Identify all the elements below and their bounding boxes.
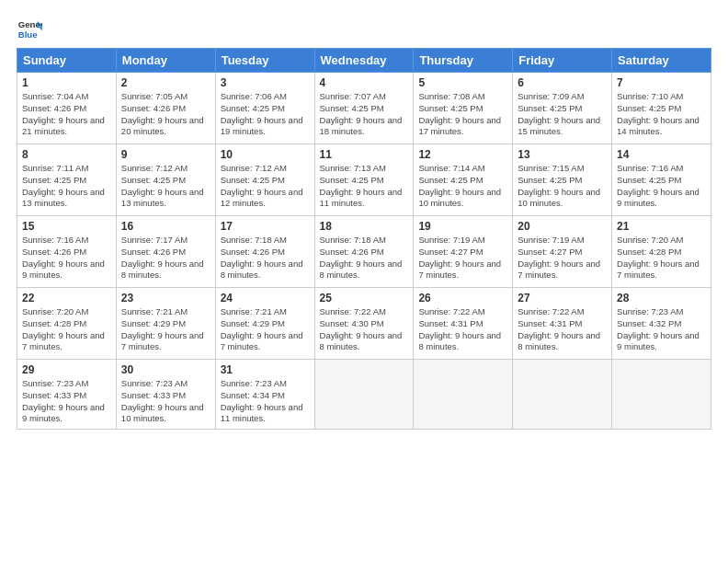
calendar-cell: 22 Sunrise: 7:20 AM Sunset: 4:28 PM Dayl… (17, 288, 117, 360)
day-number: 20 (518, 220, 607, 233)
day-number: 9 (121, 148, 210, 161)
day-number: 6 (518, 76, 607, 89)
day-number: 27 (518, 292, 607, 304)
calendar-week-1: 1 Sunrise: 7:04 AM Sunset: 4:26 PM Dayli… (17, 73, 711, 144)
calendar-cell: 6 Sunrise: 7:09 AM Sunset: 4:25 PM Dayli… (513, 73, 612, 144)
day-detail: Sunrise: 7:08 AM Sunset: 4:25 PM Dayligh… (418, 91, 507, 138)
calendar-cell: 16 Sunrise: 7:17 AM Sunset: 4:26 PM Dayl… (116, 216, 215, 288)
calendar-cell: 23 Sunrise: 7:21 AM Sunset: 4:29 PM Dayl… (116, 288, 215, 360)
day-detail: Sunrise: 7:23 AM Sunset: 4:34 PM Dayligh… (221, 378, 310, 425)
calendar-cell: 12 Sunrise: 7:14 AM Sunset: 4:25 PM Dayl… (414, 144, 513, 216)
day-number: 26 (418, 292, 507, 304)
day-detail: Sunrise: 7:07 AM Sunset: 4:25 PM Dayligh… (320, 91, 409, 138)
calendar-header-sunday: Sunday (17, 49, 117, 73)
logo-icon: General Blue (17, 15, 42, 40)
calendar-week-5: 29 Sunrise: 7:23 AM Sunset: 4:33 PM Dayl… (17, 360, 711, 430)
calendar-header-friday: Friday (513, 49, 612, 73)
day-number: 17 (221, 220, 310, 233)
day-number: 18 (320, 220, 409, 233)
day-number: 5 (418, 76, 507, 89)
day-detail: Sunrise: 7:23 AM Sunset: 4:33 PM Dayligh… (121, 378, 210, 425)
day-number: 29 (22, 363, 111, 376)
calendar-cell: 29 Sunrise: 7:23 AM Sunset: 4:33 PM Dayl… (17, 360, 117, 430)
day-detail: Sunrise: 7:05 AM Sunset: 4:26 PM Dayligh… (121, 91, 210, 138)
calendar-cell: 20 Sunrise: 7:19 AM Sunset: 4:27 PM Dayl… (513, 216, 612, 288)
day-number: 4 (320, 76, 409, 89)
calendar-cell: 17 Sunrise: 7:18 AM Sunset: 4:26 PM Dayl… (215, 216, 314, 288)
calendar-cell: 5 Sunrise: 7:08 AM Sunset: 4:25 PM Dayli… (414, 73, 513, 144)
day-detail: Sunrise: 7:17 AM Sunset: 4:26 PM Dayligh… (121, 235, 210, 282)
calendar-cell: 28 Sunrise: 7:23 AM Sunset: 4:32 PM Dayl… (612, 288, 711, 360)
day-number: 12 (418, 148, 507, 161)
calendar-cell: 1 Sunrise: 7:04 AM Sunset: 4:26 PM Dayli… (17, 73, 117, 144)
calendar-header-row: SundayMondayTuesdayWednesdayThursdayFrid… (17, 49, 711, 73)
calendar-week-2: 8 Sunrise: 7:11 AM Sunset: 4:25 PM Dayli… (17, 144, 711, 216)
calendar-cell (314, 360, 414, 430)
calendar-header-saturday: Saturday (612, 49, 711, 73)
calendar-cell: 30 Sunrise: 7:23 AM Sunset: 4:33 PM Dayl… (116, 360, 215, 430)
calendar-cell (513, 360, 612, 430)
day-detail: Sunrise: 7:13 AM Sunset: 4:25 PM Dayligh… (320, 163, 409, 210)
day-detail: Sunrise: 7:19 AM Sunset: 4:27 PM Dayligh… (518, 235, 607, 282)
calendar-header-wednesday: Wednesday (314, 49, 414, 73)
day-number: 25 (320, 292, 409, 304)
day-detail: Sunrise: 7:18 AM Sunset: 4:26 PM Dayligh… (320, 235, 409, 282)
day-detail: Sunrise: 7:23 AM Sunset: 4:33 PM Dayligh… (22, 378, 111, 425)
calendar-page: General Blue SundayMondayTuesdayWednesda… (0, 0, 728, 439)
calendar-week-3: 15 Sunrise: 7:16 AM Sunset: 4:26 PM Dayl… (17, 216, 711, 288)
day-detail: Sunrise: 7:16 AM Sunset: 4:25 PM Dayligh… (617, 163, 706, 210)
day-detail: Sunrise: 7:19 AM Sunset: 4:27 PM Dayligh… (418, 235, 507, 282)
calendar-cell: 14 Sunrise: 7:16 AM Sunset: 4:25 PM Dayl… (612, 144, 711, 216)
day-number: 30 (121, 363, 210, 376)
calendar-cell: 31 Sunrise: 7:23 AM Sunset: 4:34 PM Dayl… (215, 360, 314, 430)
svg-text:Blue: Blue (18, 29, 38, 40)
calendar-cell: 2 Sunrise: 7:05 AM Sunset: 4:26 PM Dayli… (116, 73, 215, 144)
calendar-cell: 27 Sunrise: 7:22 AM Sunset: 4:31 PM Dayl… (513, 288, 612, 360)
day-number: 3 (221, 76, 310, 89)
calendar-cell: 18 Sunrise: 7:18 AM Sunset: 4:26 PM Dayl… (314, 216, 414, 288)
day-detail: Sunrise: 7:09 AM Sunset: 4:25 PM Dayligh… (518, 91, 607, 138)
calendar-cell: 13 Sunrise: 7:15 AM Sunset: 4:25 PM Dayl… (513, 144, 612, 216)
calendar-cell: 11 Sunrise: 7:13 AM Sunset: 4:25 PM Dayl… (314, 144, 414, 216)
day-number: 16 (121, 220, 210, 233)
day-detail: Sunrise: 7:04 AM Sunset: 4:26 PM Dayligh… (22, 91, 111, 138)
calendar-table: SundayMondayTuesdayWednesdayThursdayFrid… (17, 48, 711, 430)
day-number: 13 (518, 148, 607, 161)
day-number: 14 (617, 148, 706, 161)
day-number: 1 (22, 76, 111, 89)
calendar-body: 1 Sunrise: 7:04 AM Sunset: 4:26 PM Dayli… (17, 73, 711, 430)
day-detail: Sunrise: 7:15 AM Sunset: 4:25 PM Dayligh… (518, 163, 607, 210)
day-number: 11 (320, 148, 409, 161)
calendar-cell: 15 Sunrise: 7:16 AM Sunset: 4:26 PM Dayl… (17, 216, 117, 288)
logo: General Blue (17, 15, 46, 40)
calendar-cell: 24 Sunrise: 7:21 AM Sunset: 4:29 PM Dayl… (215, 288, 314, 360)
day-detail: Sunrise: 7:21 AM Sunset: 4:29 PM Dayligh… (121, 306, 210, 353)
day-detail: Sunrise: 7:20 AM Sunset: 4:28 PM Dayligh… (617, 235, 706, 282)
day-number: 22 (22, 292, 111, 304)
day-detail: Sunrise: 7:14 AM Sunset: 4:25 PM Dayligh… (418, 163, 507, 210)
calendar-cell: 25 Sunrise: 7:22 AM Sunset: 4:30 PM Dayl… (314, 288, 414, 360)
day-detail: Sunrise: 7:22 AM Sunset: 4:31 PM Dayligh… (418, 306, 507, 353)
calendar-cell (414, 360, 513, 430)
calendar-cell: 9 Sunrise: 7:12 AM Sunset: 4:25 PM Dayli… (116, 144, 215, 216)
calendar-cell: 4 Sunrise: 7:07 AM Sunset: 4:25 PM Dayli… (314, 73, 414, 144)
calendar-cell: 26 Sunrise: 7:22 AM Sunset: 4:31 PM Dayl… (414, 288, 513, 360)
day-number: 15 (22, 220, 111, 233)
day-detail: Sunrise: 7:23 AM Sunset: 4:32 PM Dayligh… (617, 306, 706, 353)
calendar-cell: 3 Sunrise: 7:06 AM Sunset: 4:25 PM Dayli… (215, 73, 314, 144)
day-number: 10 (221, 148, 310, 161)
day-detail: Sunrise: 7:21 AM Sunset: 4:29 PM Dayligh… (221, 306, 310, 353)
day-number: 19 (418, 220, 507, 233)
calendar-header-tuesday: Tuesday (215, 49, 314, 73)
calendar-cell (612, 360, 711, 430)
day-number: 23 (121, 292, 210, 304)
calendar-header-monday: Monday (116, 49, 215, 73)
day-detail: Sunrise: 7:16 AM Sunset: 4:26 PM Dayligh… (22, 235, 111, 282)
day-number: 28 (617, 292, 706, 304)
day-detail: Sunrise: 7:10 AM Sunset: 4:25 PM Dayligh… (617, 91, 706, 138)
day-number: 21 (617, 220, 706, 233)
calendar-cell: 19 Sunrise: 7:19 AM Sunset: 4:27 PM Dayl… (414, 216, 513, 288)
day-number: 24 (221, 292, 310, 304)
calendar-cell: 10 Sunrise: 7:12 AM Sunset: 4:25 PM Dayl… (215, 144, 314, 216)
day-number: 2 (121, 76, 210, 89)
